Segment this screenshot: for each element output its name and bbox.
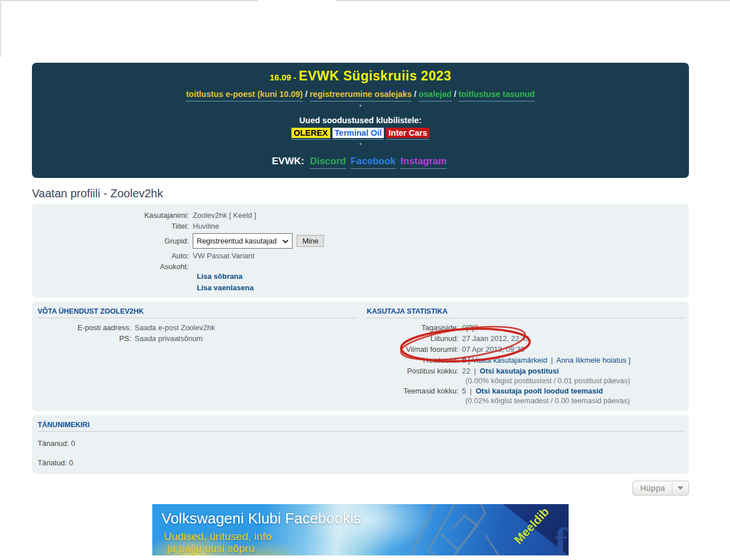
social-prefix: EVWK: [272,156,305,167]
warnings-count: 0 [462,356,466,364]
topics-label: Teemasid kokku: [367,385,462,396]
star-divider: * [38,142,683,149]
forum-page: 16.09 - EVWK Sügiskruiis 2023 toitlustus… [32,63,689,560]
sponsor-olerex-link[interactable]: OLEREX [291,128,330,138]
statistics-section: KASUTAJA STATISTIKA Tagasiside: 0|0|0 Li… [367,307,683,405]
groups-row: Grupid: Registreeritud kasutajad Mine [38,233,683,249]
ad-subtitle-line1: Uudised, üritused, info [164,530,271,543]
link-registreerumine[interactable]: registreerumine osalejaks [310,88,412,102]
chevron-down-icon [282,236,289,246]
car-label: Auto: [38,250,193,261]
thanks-received-value: 0 [69,458,73,467]
joined-row: Liitunud: 27 Jaan 2012, 22:45 [367,333,683,344]
view-usernotes-link[interactable]: Vaata kasutajamärkeid [472,356,547,364]
facebook-link[interactable]: Facebook [351,156,396,169]
link-toitlustuse-tasunud[interactable]: toitlustuse tasunud [459,88,535,102]
add-foe-link[interactable]: Lisa vaenlasena [197,283,254,292]
car-value: VW Passat Variant [193,250,254,261]
jump-button-label: Hüppa [633,481,672,495]
crop-artifact-line [0,0,1,57]
link-osalejad[interactable]: osalejad [419,88,452,102]
posts-value-group: 22 | Otsi kasutaja postitusi [462,366,559,376]
send-email-link[interactable]: Saada e-post Zoolev2hk [135,322,215,333]
feedback-neutral: 0 [468,323,472,332]
add-friend-row: Lisa sõbrana [38,272,683,281]
search-user-posts-link[interactable]: Otsi kasutaja postitusi [480,367,559,375]
sponsor-terminal-oil-link[interactable]: Terminal Oil [332,128,384,138]
username-row: Kasutajanimi: Zoolev2hk [ Keeld ] [38,210,683,221]
last-visit-value: 07 Apr 2013, 09:39 [462,344,525,355]
event-title: EVWK Sügiskruiis 2023 [299,68,451,83]
thanks-heading: TÄNUNIMEKIRI [38,421,683,432]
link-toitlustus-epoest[interactable]: toitlustus e-poest (kuni 10.09) [186,88,303,102]
search-user-topics-link[interactable]: Otsi kasutaja poolt loodud teemasid [476,387,603,395]
ban-link[interactable]: [ Keeld ] [229,211,257,220]
username-value: Zoolev2hk [ Keeld ] [193,210,256,221]
thanks-panel: TÄNUNIMEKIRI Tänanud: 0 Tänatud: 0 [32,415,689,474]
pm-label: PS: [38,333,135,344]
announcement-banner: 16.09 - EVWK Sügiskruiis 2023 toitlustus… [32,63,689,178]
feedback-values: 0|0|0 [462,322,478,333]
car-row: Auto: VW Passat Variant [38,250,683,261]
warn-user-link[interactable]: Anna liikmele hoiatus [556,356,626,364]
feedback-label: Tagasiside: [367,322,462,333]
event-title-line: 16.09 - EVWK Sügiskruiis 2023 [38,68,683,85]
groups-label: Grupid: [38,236,193,246]
sponsors-row: OLEREXTerminal OilInter Cars [38,128,683,140]
separator: | [549,356,554,364]
email-row: E-posti aadress: Saada e-post Zoolev2hk [38,322,356,333]
ad-title: Volkswageni Klubi Facebookis [161,510,361,527]
warnings-label: Hoiatused: [367,355,462,366]
crop-artifact-line [336,0,730,1]
groups-select[interactable]: Registreeritud kasutajad [193,233,293,249]
contact-section: VÕTA ÜHENDUST ZOOLEV2HK E-posti aadress:… [38,307,356,405]
title-value: Huviline [193,221,219,232]
separator: / [452,90,459,99]
joined-label: Liitunud: [367,333,462,344]
separator: / [412,90,419,99]
groups-selected-option: Registreeritud kasutajad [197,236,277,246]
ad-subtitle-line2: ja palju uusi sõpru [167,542,254,555]
thanks-received-row: Tänatud: 0 [38,458,683,468]
title-label: Tiitel: [38,221,193,232]
add-foe-row: Lisa vaenlasena [38,283,683,292]
joined-value: 27 Jaan 2012, 22:45 [462,333,530,344]
go-button[interactable]: Mine [297,235,324,247]
jump-dropdown-arrow[interactable] [672,482,688,494]
separator: | [468,387,473,395]
posts-label: Postitusi kokku: [367,366,462,376]
email-label: E-posti aadress: [38,322,135,333]
posts-percentage-note: (0.00% kõigist postitustest / 0.01 posti… [465,376,683,385]
last-visit-row: Viimati foorumil: 07 Apr 2013, 09:39 [367,344,683,355]
thanks-given-value: 0 [71,439,75,448]
send-pm-link[interactable]: Saada privaatsõnum [135,333,202,344]
promo-heading: Uued soodustused klubilistele: [38,116,683,125]
separator: | [472,367,477,375]
pm-row: PS: Saada privaatsõnum [38,333,356,344]
discord-link[interactable]: Discord [310,156,346,169]
page-title: Vaatan profiili - Zoolev2hk [32,187,689,200]
username-label: Kasutajanimi: [38,210,193,221]
thanks-received-label: Tänatud: [38,458,67,467]
thanks-given-row: Tänanud: 0 [38,439,683,449]
contact-heading: VÕTA ÜHENDUST ZOOLEV2HK [38,307,356,318]
separator: / [303,90,310,99]
crop-artifact-line [0,0,258,1]
instagram-link[interactable]: Instagram [400,156,447,169]
sponsor-inter-cars-link[interactable]: Inter Cars [386,128,429,138]
contact-stats-panel: VÕTA ÜHENDUST ZOOLEV2HK E-posti aadress:… [32,302,689,411]
event-links-row: toitlustus e-poest (kuni 10.09)/registre… [38,88,683,102]
location-row: Asukoht: [38,261,683,272]
bracket: ] [628,356,631,364]
add-friend-link[interactable]: Lisa sõbrana [197,272,242,281]
jump-button[interactable]: Hüppa [632,481,689,496]
last-visit-label: Viimati foorumil: [367,344,462,355]
profile-panel: Kasutajanimi: Zoolev2hk [ Keeld ] Tiitel… [32,204,689,298]
posts-count: 22 [462,367,470,375]
username: Zoolev2hk [193,211,227,220]
facebook-ad-banner[interactable]: f Meeldib Volkswageni Klubi Facebookis U… [152,504,569,555]
feedback-negative: 0 [474,323,478,332]
thanks-given-label: Tänanud: [38,439,69,448]
warnings-value-group: 0 [ Vaata kasutajamärkeid | Anna liikmel… [462,355,630,366]
warnings-row: Hoiatused: 0 [ Vaata kasutajamärkeid | A… [367,355,683,366]
